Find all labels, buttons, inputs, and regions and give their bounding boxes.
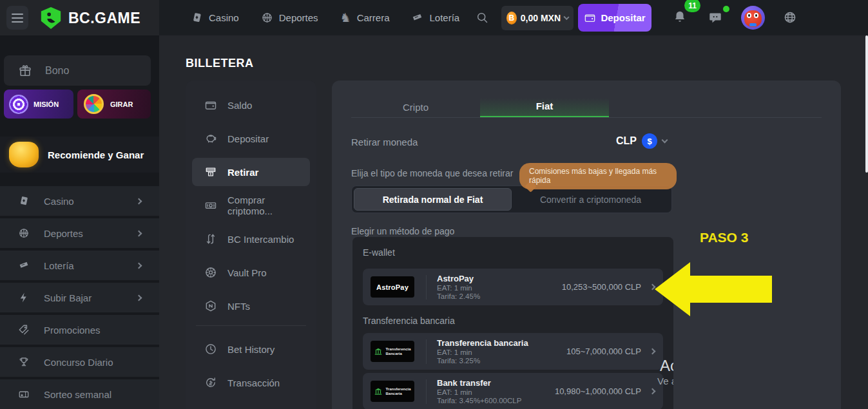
method-fee: Tarifa: 3.45%+600.00CLP (437, 397, 521, 404)
deposit-button-label: Depositar (601, 12, 645, 23)
bitcoin-coin-icon: B (506, 12, 517, 24)
chat-bubble-icon (708, 10, 722, 24)
basketball-icon (18, 227, 30, 239)
spin-wheel-icon (84, 94, 104, 114)
basketball-icon (261, 12, 273, 24)
lottery-ticket-icon (411, 12, 423, 24)
piggy-bank-icon (204, 132, 217, 145)
wallet-menu-label: Vault Pro (227, 267, 267, 278)
tab-cripto[interactable]: Cripto (351, 96, 480, 118)
sidebar-item-promociones[interactable]: Promociones (0, 315, 159, 345)
wallet-menu-panel: Saldo Depositar Retirar Comprar criptomo… (186, 81, 316, 409)
nav-deportes-label: Deportes (279, 12, 318, 23)
wallet-menu-label: Bet History (227, 344, 275, 355)
wallet-tabs: Cripto Fiat (351, 96, 609, 118)
raffle-ticket-icon (18, 388, 30, 400)
bank-transfer-logo: Transferencia Bancaria (371, 381, 414, 402)
wallet-menu-bc-intercambio[interactable]: BC Intercambio (192, 225, 310, 253)
wallet-menu-label: NFTs (227, 301, 250, 312)
avatar-eye (747, 13, 751, 18)
deposit-button[interactable]: Depositar (578, 4, 651, 32)
sidebar-menu: Casino Deportes Lotería (0, 186, 159, 409)
row-divider (426, 275, 427, 300)
lottery-ticket-icon (18, 260, 30, 271)
casino-cards-icon (191, 12, 203, 24)
payment-method-label: Elegir un método de pago (351, 226, 454, 236)
wallet-menu-bet-history[interactable]: Bet History (192, 335, 310, 363)
withdraw-currency-label: Retirar moneda (351, 137, 418, 147)
notifications-button[interactable] (673, 10, 687, 26)
search-button[interactable] (476, 11, 489, 27)
user-avatar[interactable] (741, 6, 765, 30)
sidebar-item-casino[interactable]: Casino (0, 186, 159, 216)
wallet-menu-saldo[interactable]: Saldo (192, 91, 310, 119)
nav-carrera[interactable]: ♞ Carrera (340, 12, 390, 24)
sidebar-item-deportes[interactable]: Deportes (0, 218, 159, 248)
method-range: 10,253~500,000 CLP (562, 282, 641, 292)
bonus-label: Bono (45, 65, 69, 77)
wallet-menu-transaccion[interactable]: Transacción (192, 368, 310, 397)
language-button[interactable] (783, 10, 797, 27)
toggle-normal-fiat[interactable]: Retirada normal de Fiat (354, 188, 512, 211)
section-title-bank: Transferencia bancaria (363, 316, 455, 326)
sidebar-item-sorteo-semanal[interactable]: Sorteo semanal (0, 379, 159, 409)
balance-selector[interactable]: B 0,00 MXN (501, 6, 574, 30)
spin-wheel-button[interactable]: GIRAR (77, 90, 151, 119)
sidebar-item-label: Promociones (44, 325, 141, 336)
sidebar-item-label: Subir Bajar (44, 292, 122, 303)
nav-deportes[interactable]: Deportes (261, 12, 318, 24)
bank-building-icon (374, 347, 383, 356)
sidebar-item-loteria[interactable]: Lotería (0, 251, 159, 280)
astropay-logo: AstroPay (371, 276, 414, 298)
method-eat: EAT: 1 min (437, 348, 528, 356)
wallet-menu-vault-pro[interactable]: Vault Pro (192, 258, 310, 287)
balance-amount: 0,00 MXN (521, 13, 561, 23)
bonus-button[interactable]: Bono (4, 55, 151, 86)
method-info: Bank transfer EAT: 1 min Tarifa: 3.45%+6… (437, 378, 521, 404)
transaction-coin-icon (204, 376, 217, 389)
trophy-icon (18, 356, 30, 368)
nav-loteria[interactable]: Lotería (411, 12, 459, 24)
bcgame-logo[interactable]: BC.GAME (39, 6, 140, 30)
method-row-astropay[interactable]: AstroPay AstroPay EAT: 1 min Tarifa: 2.4… (363, 269, 663, 305)
method-range: 10,980~1,000,000 CLP (555, 386, 641, 396)
vault-icon (204, 266, 217, 279)
page-title: BILLETERA (186, 57, 254, 70)
referral-button[interactable]: Recomiende y Ganar (0, 137, 159, 173)
avatar-eye (754, 13, 758, 18)
chat-button[interactable] (708, 10, 722, 27)
tab-fiat[interactable]: Fiat (480, 96, 609, 118)
sidebar-item-subir-bajar[interactable]: Subir Bajar (0, 283, 159, 312)
chevron-down-icon (563, 14, 569, 20)
menu-toggle-button[interactable] (6, 6, 28, 30)
wallet-menu-nfts[interactable]: NFTs (192, 292, 310, 320)
wallet-menu-retirar[interactable]: Retirar (192, 158, 310, 186)
chevron-right-icon (136, 198, 142, 204)
wallet-menu-label: Retirar (227, 167, 258, 178)
wallet-menu-partial-item[interactable] (192, 402, 310, 409)
nav-casino[interactable]: Casino (191, 12, 239, 24)
wallet-menu-depositar[interactable]: Depositar (192, 124, 310, 153)
treasure-chest-icon (9, 142, 39, 167)
chevron-right-icon (136, 294, 142, 301)
lightning-bolt-icon (18, 292, 30, 303)
method-eat: EAT: 1 min (437, 388, 521, 396)
chevron-down-icon (662, 137, 668, 143)
wallet-menu-label: Transacción (227, 377, 280, 388)
clipped-background-text: Ac (660, 357, 673, 375)
sidebar-item-label: Lotería (44, 260, 122, 271)
wallet-menu-comprar-cripto[interactable]: Comprar criptomo... (192, 191, 310, 220)
bcgame-logo-icon (39, 6, 63, 30)
method-row-transferencia[interactable]: Transferencia Bancaria Transferencia ban… (363, 333, 663, 370)
toggle-convert-crypto[interactable]: Convertir a criptomoneda (512, 188, 670, 211)
page-scrollbar-thumb[interactable] (865, 35, 868, 173)
mission-button[interactable]: MISIÓN (4, 90, 73, 119)
method-row-bank-transfer[interactable]: Transferencia Bancaria Bank transfer EAT… (363, 373, 663, 409)
globe-icon (783, 10, 797, 24)
top-header: BC.GAME Casino Deportes ♞ Carrera (0, 0, 868, 35)
wallet-balance-icon (204, 99, 217, 111)
method-eat: EAT: 1 min (437, 284, 480, 292)
currency-select[interactable]: CLP $ (609, 131, 667, 151)
sidebar-item-concurso-diario[interactable]: Concurso Diario (0, 347, 159, 377)
left-sidebar: Bono MISIÓN GIRAR Recomiende y Ganar Cas… (0, 35, 159, 409)
